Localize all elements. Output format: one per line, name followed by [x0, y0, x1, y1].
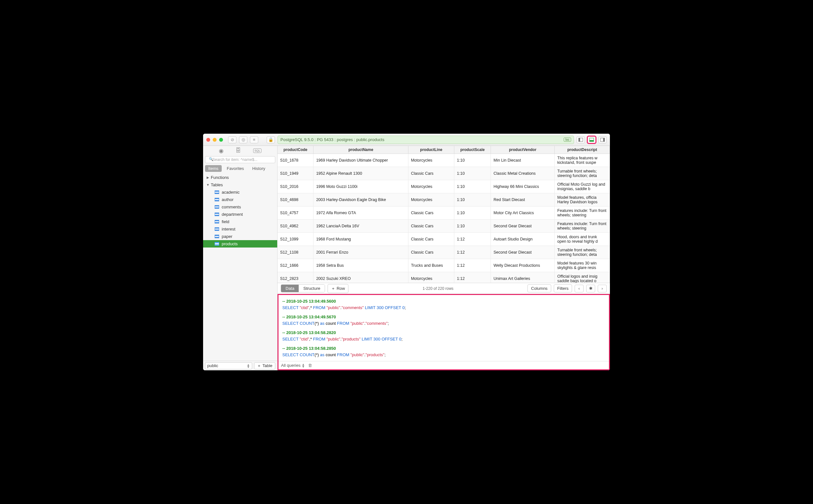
cell[interactable]: Highway 66 Mini Classics — [491, 180, 555, 193]
data-tab[interactable]: Data — [281, 285, 299, 292]
cell[interactable]: Unimax Art Galleries — [491, 272, 555, 283]
search-input[interactable] — [205, 156, 275, 163]
cell[interactable]: S10_1678 — [277, 154, 313, 167]
data-grid[interactable]: productCodeproductNameproductLineproduct… — [277, 146, 610, 283]
cell[interactable]: Second Gear Diecast — [491, 246, 555, 259]
minimize-window-button[interactable] — [213, 138, 216, 142]
cell[interactable]: Red Start Diecast — [491, 193, 555, 206]
sql-icon[interactable]: SQL — [253, 148, 261, 153]
left-panel-toggle[interactable] — [577, 136, 585, 143]
gear-icon[interactable]: ✱ — [586, 285, 595, 292]
cell[interactable]: Official logos and insig saddle bags loc… — [555, 272, 610, 283]
cancel-icon[interactable]: ⊘ — [228, 136, 236, 143]
cell[interactable]: 1958 Setra Bus — [313, 259, 409, 272]
cell[interactable]: 1:12 — [454, 259, 491, 272]
tree-group-functions[interactable]: ▶Functions — [203, 174, 277, 181]
lock-icon[interactable]: 🔒 — [267, 136, 275, 143]
cell[interactable]: 1969 Harley Davidson Ultimate Chopper — [313, 154, 409, 167]
console-output[interactable]: -- 2018-10-25 13:04:49.5600SELECT "ctid"… — [278, 295, 609, 361]
cell[interactable]: S10_4962 — [277, 220, 313, 233]
cell[interactable]: 1:10 — [454, 180, 491, 193]
cell[interactable]: Features include: Turn front wheels; ste… — [555, 206, 610, 220]
column-header[interactable]: productScale — [454, 146, 491, 154]
cell[interactable]: Turnable front wheels; steering function… — [555, 246, 610, 259]
schema-selector[interactable]: public ▲▼ — [205, 362, 252, 369]
cell[interactable]: Classic Metal Creations — [491, 167, 555, 180]
sidebar-item-field[interactable]: field — [203, 218, 277, 225]
cell[interactable]: Motorcycles — [408, 154, 454, 167]
database-icon[interactable]: 🗄 — [235, 147, 241, 154]
cell[interactable]: Features include: Turn front wheels; ste… — [555, 220, 610, 233]
cell[interactable]: Motor City Art Classics — [491, 206, 555, 220]
cell[interactable]: 1:10 — [454, 220, 491, 233]
table-row[interactable]: S12_16661958 Setra BusTrucks and Buses1:… — [277, 259, 610, 272]
table-row[interactable]: S10_19491952 Alpine Renault 1300Classic … — [277, 167, 610, 180]
cell[interactable]: Min Lin Diecast — [491, 154, 555, 167]
cell[interactable]: Welly Diecast Productions — [491, 259, 555, 272]
cell[interactable]: S12_1108 — [277, 246, 313, 259]
cell[interactable]: Model features 30 win skylights & glare … — [555, 259, 610, 272]
sidebar-item-author[interactable]: author — [203, 196, 277, 203]
sidebar-item-department[interactable]: department — [203, 211, 277, 218]
cell[interactable]: 1:10 — [454, 206, 491, 220]
table-row[interactable]: S10_49621962 LanciaA Delta 16VClassic Ca… — [277, 220, 610, 233]
cell[interactable]: Turnable front wheels; steering function… — [555, 167, 610, 180]
right-panel-toggle[interactable] — [598, 136, 607, 143]
cell[interactable]: Motorcycles — [408, 193, 454, 206]
cell[interactable]: 1996 Moto Guzzi 1100i — [313, 180, 409, 193]
filters-button[interactable]: Filters — [554, 284, 572, 292]
cell[interactable]: Model features, officia Harley Davidson … — [555, 193, 610, 206]
eye-icon[interactable]: ◎ — [239, 136, 247, 143]
sidebar-item-interest[interactable]: interest — [203, 225, 277, 233]
add-row-button[interactable]: ＋Row — [327, 284, 348, 293]
sidebar-item-comments[interactable]: comments — [203, 203, 277, 211]
cell[interactable]: 2002 Suzuki XREO — [313, 272, 409, 283]
table-row[interactable]: S12_28232002 Suzuki XREOMotorcycles1:12U… — [277, 272, 610, 283]
cell[interactable]: Motorcycles — [408, 180, 454, 193]
table-row[interactable]: S10_46982003 Harley-Davidson Eagle Drag … — [277, 193, 610, 206]
cell[interactable]: Classic Cars — [408, 167, 454, 180]
zoom-window-button[interactable] — [219, 138, 223, 142]
cell[interactable]: Classic Cars — [408, 206, 454, 220]
cell[interactable]: Autoart Studio Design — [491, 233, 555, 246]
cell[interactable]: 1968 Ford Mustang — [313, 233, 409, 246]
table-row[interactable]: S10_47571972 Alfa Romeo GTAClassic Cars1… — [277, 206, 610, 220]
table-row[interactable]: S10_16781969 Harley Davidson Ultimate Ch… — [277, 154, 610, 167]
prev-page-button[interactable]: ‹ — [575, 285, 584, 292]
cell[interactable]: Classic Cars — [408, 246, 454, 259]
cell[interactable]: S10_1949 — [277, 167, 313, 180]
cell[interactable]: Trucks and Buses — [408, 259, 454, 272]
tab-items[interactable]: Items — [205, 165, 222, 172]
cell[interactable]: S12_2823 — [277, 272, 313, 283]
close-window-button[interactable] — [206, 138, 210, 142]
cell[interactable]: S10_2016 — [277, 180, 313, 193]
cell[interactable]: 1:12 — [454, 272, 491, 283]
cell[interactable]: 1952 Alpine Renault 1300 — [313, 167, 409, 180]
cell[interactable]: 2001 Ferrari Enzo — [313, 246, 409, 259]
cell[interactable]: 2003 Harley-Davidson Eagle Drag Bike — [313, 193, 409, 206]
column-header[interactable]: productLine — [408, 146, 454, 154]
cell[interactable]: 1:10 — [454, 167, 491, 180]
cell[interactable]: Classic Cars — [408, 220, 454, 233]
tab-history[interactable]: History — [249, 165, 268, 172]
sidebar-item-paper[interactable]: paper — [203, 233, 277, 240]
column-header[interactable]: productName — [313, 146, 409, 154]
tab-favorites[interactable]: Favorites — [224, 165, 247, 172]
cell[interactable]: 1:10 — [454, 193, 491, 206]
cell[interactable]: Second Gear Diecast — [491, 220, 555, 233]
table-row[interactable]: S10_20161996 Moto Guzzi 1100iMotorcycles… — [277, 180, 610, 193]
cell[interactable]: 1:12 — [454, 246, 491, 259]
next-page-button[interactable]: › — [598, 285, 607, 292]
query-filter-select[interactable]: All queries ▲▼ — [281, 363, 305, 368]
cell[interactable]: Hood, doors and trunk open to reveal hig… — [555, 233, 610, 246]
columns-button[interactable]: Columns — [528, 284, 551, 292]
cell[interactable]: S12_1666 — [277, 259, 313, 272]
table-row[interactable]: S12_10991968 Ford MustangClassic Cars1:1… — [277, 233, 610, 246]
column-header[interactable]: productCode — [277, 146, 313, 154]
cell[interactable]: S12_1099 — [277, 233, 313, 246]
sidebar-item-products[interactable]: products — [203, 240, 277, 248]
cell[interactable]: 1:10 — [454, 154, 491, 167]
structure-tab[interactable]: Structure — [299, 285, 325, 292]
cell[interactable]: 1972 Alfa Romeo GTA — [313, 206, 409, 220]
settings-lines-icon[interactable]: ≡ — [250, 136, 258, 143]
